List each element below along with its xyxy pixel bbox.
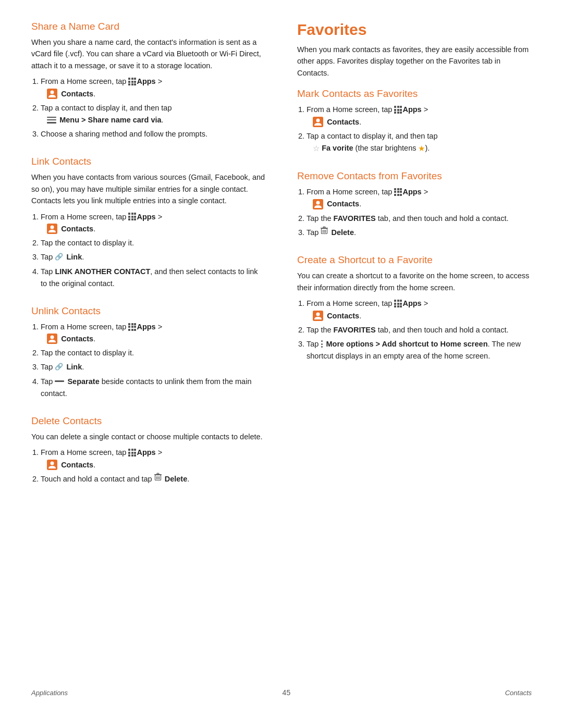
contacts-icon (47, 224, 57, 234)
favorites-main-body: When you mark contacts as favorites, the… (297, 44, 532, 79)
step-d1: From a Home screen, tap Apps > Contacts. (41, 447, 266, 471)
page: Share a Name CardWhen you share a name c… (0, 0, 563, 728)
apps-icon (128, 78, 136, 85)
section-title-create-shortcut: Create a Shortcut to a Favorite (297, 254, 532, 266)
apps-icon (128, 213, 136, 220)
section-body-share-name-card: When you share a name card, the contact'… (31, 36, 266, 71)
steps-list-mark-favorites: From a Home screen, tap Apps > Contacts.… (307, 104, 532, 155)
separate-icon (55, 380, 64, 382)
bold-text: Fa vorite (322, 144, 353, 152)
section-body-delete-contacts: You can delete a single contact or choos… (31, 431, 266, 442)
steps-list-create-shortcut: From a Home screen, tap Apps > Contacts.… (307, 298, 532, 362)
bold-text: Apps (402, 188, 421, 196)
svg-point-5 (51, 336, 54, 339)
section-title-delete-contacts: Delete Contacts (31, 415, 266, 427)
bold-text: Delete (331, 228, 354, 237)
contacts-icon (313, 311, 323, 321)
section-link-contacts: Link ContactsWhen you have contacts from… (31, 156, 266, 290)
step-rf3: Tap Delete. (307, 227, 532, 239)
steps-list-delete-contacts: From a Home screen, tap Apps > Contacts.… (41, 447, 266, 485)
svg-point-15 (316, 118, 320, 122)
footer-page-number: 45 (283, 688, 291, 697)
steps-list-unlink-contacts: From a Home screen, tap Apps > Contacts.… (41, 321, 266, 400)
step-l2: Tap the contact to display it. (41, 237, 266, 249)
step-u3: Tap 🔗 Link. (41, 361, 266, 373)
bold-text: Separate (67, 377, 99, 386)
contacts-label: Contacts (61, 461, 93, 469)
step-d2: Touch and hold a contact and tap Delete. (41, 473, 266, 486)
favorites-main-title: Favorites (297, 21, 532, 39)
bold-text: FAVORITES (334, 214, 376, 223)
svg-point-25 (316, 312, 320, 316)
steps-list-share-name-card: From a Home screen, tap Apps > Contacts.… (41, 76, 266, 140)
steps-list-link-contacts: From a Home screen, tap Apps > Contacts.… (41, 211, 266, 290)
apps-icon (394, 300, 402, 307)
apps-icon (394, 188, 402, 196)
section-share-name-card: Share a Name CardWhen you share a name c… (31, 21, 266, 140)
svg-point-17 (316, 201, 320, 204)
step-rf2: Tap the FAVORITES tab, and then touch an… (307, 213, 532, 225)
contacts-icon (47, 89, 57, 99)
contacts-label: Contacts (61, 335, 93, 343)
step-l1: From a Home screen, tap Apps > Contacts. (41, 211, 266, 235)
step-s2: Tap a contact to display it, and then ta… (41, 102, 266, 126)
section-title-mark-favorites: Mark Contacts as Favorites (297, 88, 532, 100)
section-title-share-name-card: Share a Name Card (31, 21, 266, 32)
bold-text: Link (66, 363, 82, 371)
step-cs1: From a Home screen, tap Apps > Contacts. (307, 298, 532, 322)
bold-text: Link (66, 253, 82, 261)
step-rf1: From a Home screen, tap Apps > Contacts. (307, 186, 532, 210)
link-icon: 🔗 (55, 362, 63, 373)
footer-right: Contacts (505, 689, 532, 697)
contacts-label: Contacts (61, 225, 93, 233)
apps-icon (128, 323, 136, 331)
bold-text: Delete (165, 475, 188, 483)
section-remove-favorites: Remove Contacts from FavoritesFrom a Hom… (297, 170, 532, 239)
svg-point-7 (51, 461, 54, 465)
link-icon: 🔗 (55, 252, 63, 263)
section-body-create-shortcut: You can create a shortcut to a favorite … (297, 270, 532, 293)
bold-text: Apps (137, 448, 155, 456)
section-title-unlink-contacts: Unlink Contacts (31, 305, 266, 317)
bold-text: Apps (137, 213, 155, 221)
step-mf2: Tap a contact to display it, and then ta… (307, 130, 532, 155)
trash-icon (321, 226, 328, 238)
svg-point-1 (51, 90, 54, 94)
step-u1: From a Home screen, tap Apps > Contacts. (41, 321, 266, 345)
contacts-label: Contacts (327, 200, 359, 208)
bold-text: More options > Add shortcut to Home scre… (326, 340, 487, 348)
contacts-label: Contacts (327, 118, 359, 126)
svg-point-3 (51, 226, 54, 229)
more-options-icon (321, 340, 323, 348)
footer: Applications 45 Contacts (31, 678, 532, 697)
contacts-icon (313, 117, 323, 127)
section-unlink-contacts: Unlink ContactsFrom a Home screen, tap A… (31, 305, 266, 400)
step-cs2: Tap the FAVORITES tab, and then touch an… (307, 324, 532, 336)
svg-rect-10 (157, 473, 159, 474)
section-mark-favorites: Mark Contacts as FavoritesFrom a Home sc… (297, 88, 532, 155)
section-title-remove-favorites: Remove Contacts from Favorites (297, 170, 532, 182)
section-body-link-contacts: When you have contacts from various sour… (31, 171, 266, 206)
contacts-label: Contacts (327, 312, 359, 320)
contacts-icon (47, 334, 57, 344)
star-filled-icon: ★ (418, 142, 425, 155)
apps-icon (394, 106, 402, 114)
col-left: Share a Name CardWhen you share a name c… (31, 21, 266, 678)
step-s1: From a Home screen, tap Apps > Contacts. (41, 76, 266, 100)
columns: Share a Name CardWhen you share a name c… (31, 21, 532, 678)
section-delete-contacts: Delete ContactsYou can delete a single c… (31, 415, 266, 486)
step-s3: Choose a sharing method and follow the p… (41, 128, 266, 140)
section-title-link-contacts: Link Contacts (31, 156, 266, 167)
trash-icon (154, 473, 162, 485)
svg-rect-20 (323, 227, 325, 228)
section-create-shortcut: Create a Shortcut to a FavoriteYou can c… (297, 254, 532, 362)
step-l3: Tap 🔗 Link. (41, 251, 266, 263)
step-cs3: Tap More options > Add shortcut to Home … (307, 338, 532, 362)
col-right: FavoritesWhen you mark contacts as favor… (297, 21, 532, 678)
contacts-icon (313, 199, 323, 209)
menu-icon (47, 117, 56, 124)
bold-text: Apps (402, 105, 421, 114)
steps-list-remove-favorites: From a Home screen, tap Apps > Contacts.… (307, 186, 532, 239)
apps-icon (128, 449, 136, 456)
step-mf1: From a Home screen, tap Apps > Contacts. (307, 104, 532, 128)
